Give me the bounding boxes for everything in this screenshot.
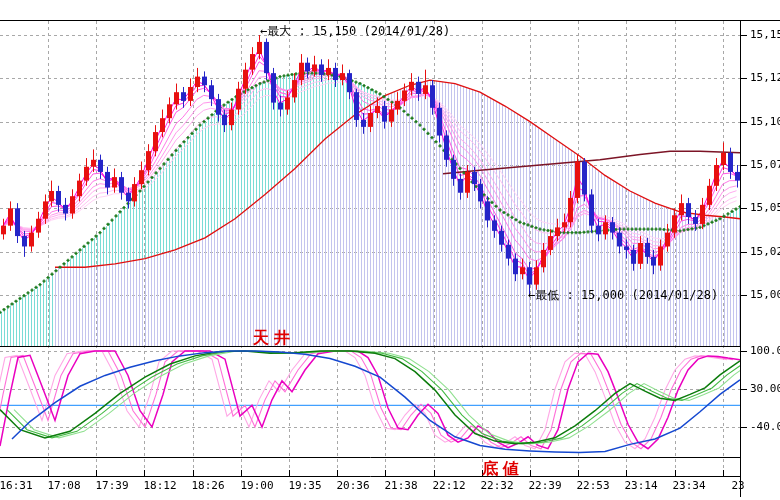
oscillator-tick-label: 30.00: [750, 383, 780, 395]
price-tick-label: 15,050: [750, 202, 780, 214]
oscillator-tick-label: 100.00: [750, 345, 780, 357]
time-tick-label: 21:38: [384, 480, 418, 492]
ceiling-annotation: 天井: [253, 330, 295, 346]
price-tick-label: 15,000: [750, 289, 780, 301]
oscillator-tick-label: -40.00: [750, 421, 780, 433]
time-tick-label: 22:39: [528, 480, 562, 492]
time-tick-label: 22:12: [432, 480, 466, 492]
time-tick-label: 18:26: [191, 480, 225, 492]
time-tick-label: 19:00: [240, 480, 274, 492]
price-tick-label: 15,150: [750, 29, 780, 41]
price-tick-label: 15,075: [750, 159, 780, 171]
time-tick-label: 16:31: [0, 480, 33, 492]
price-tick-label: 15,025: [750, 246, 780, 258]
time-tick-label: 20:36: [336, 480, 370, 492]
price-tick-label: 15,100: [750, 116, 780, 128]
time-tick-label: 23: [721, 480, 755, 492]
time-tick-label: 17:39: [95, 480, 129, 492]
min-price-annotation: ←最低 : 15,000 (2014/01/28): [528, 289, 718, 302]
time-tick-label: 23:34: [672, 480, 706, 492]
time-tick-label: 22:53: [576, 480, 610, 492]
price-tick-label: 15,125: [750, 72, 780, 84]
time-tick-label: 22:32: [480, 480, 514, 492]
bottom-annotation: 底値: [482, 461, 524, 477]
time-tick-label: 17:08: [47, 480, 81, 492]
price-chart-canvas[interactable]: [0, 0, 780, 500]
time-tick-label: 19:35: [288, 480, 322, 492]
max-price-annotation: ←最大 : 15,150 (2014/01/28): [260, 25, 450, 38]
time-tick-label: 23:14: [624, 480, 658, 492]
chart-application-window: ▼ 先物 ▼ 日経225mini ▼ 14/03 ▼ 足 1 ⊿ 日 週 月 分: [0, 0, 780, 500]
time-tick-label: 18:12: [143, 480, 177, 492]
